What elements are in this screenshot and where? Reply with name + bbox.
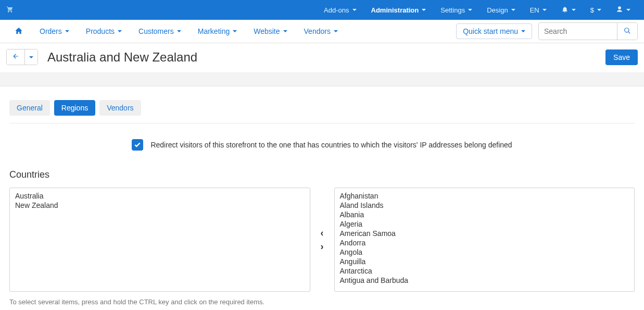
top-label: Design [487,6,508,14]
caret-down-icon [597,9,601,11]
nav-home[interactable] [6,20,31,43]
countries-hint: To select several items, press and hold … [9,298,635,306]
bell-icon [561,6,569,15]
country-option[interactable]: Australia [14,191,306,201]
top-administration[interactable]: Administration [364,0,434,20]
tabs: General Regions Vendors [9,100,635,116]
nav-label: Vendors [304,27,331,35]
nav-website[interactable]: Website [245,20,295,43]
gray-band [0,73,644,86]
user-icon [616,6,623,15]
nav-products[interactable]: Products [78,20,130,43]
country-option[interactable]: Aland Islands [339,201,630,210]
top-label: Settings [440,6,465,14]
nav-label: Products [86,27,115,35]
top-label: EN [530,6,539,14]
caret-down-icon [542,9,547,11]
country-option[interactable]: Angola [339,247,630,257]
redirect-text: Redirect visitors of this storefront to … [150,141,512,149]
caret-down-icon [283,30,287,32]
move-left-button[interactable]: ‹ [318,227,327,239]
top-user[interactable] [609,0,638,20]
divider [9,123,635,123]
nav-label: Marketing [198,27,230,35]
tab-vendors[interactable]: Vendors [99,100,141,116]
caret-down-icon [521,30,525,32]
caret-down-icon [233,30,237,32]
caret-down-icon [468,9,472,11]
country-option[interactable]: Antigua and Barbuda [339,276,630,285]
country-option[interactable]: Afghanistan [339,191,630,201]
quick-start-label: Quick start menu [463,27,518,35]
top-currency[interactable]: $ [583,0,609,20]
quick-start-menu-button[interactable]: Quick start menu [456,23,532,39]
top-label: Administration [371,6,419,14]
top-label: $ [590,6,594,14]
top-notifications[interactable] [554,0,583,20]
top-addons[interactable]: Add-ons [317,0,363,20]
topbar: Add-ons Administration Settings Design E… [0,0,644,20]
caret-down-icon [626,9,630,11]
search-icon [624,27,631,36]
country-option[interactable]: Albania [339,210,630,219]
available-countries-list[interactable]: AfghanistanAland IslandsAlbaniaAlgeriaAm… [334,188,635,292]
back-dropdown[interactable] [24,49,37,65]
nav-label: Website [254,27,280,35]
country-option[interactable]: Algeria [339,219,630,229]
country-option[interactable]: New Zealand [14,201,306,210]
search-group [538,22,638,40]
nav-label: Customers [138,27,174,35]
caret-down-icon [29,56,33,58]
caret-down-icon [422,9,426,11]
tab-regions[interactable]: Regions [54,100,95,116]
title-bar: Australia and New Zealand Save [0,43,644,73]
top-language[interactable]: EN [523,0,554,20]
caret-down-icon [118,30,122,32]
caret-down-icon [334,30,338,32]
move-right-button[interactable]: › [318,241,327,252]
nav-marketing[interactable]: Marketing [190,20,245,43]
cart-icon[interactable] [6,6,14,15]
country-option[interactable]: Antarctica [339,266,630,276]
top-settings[interactable]: Settings [433,0,479,20]
countries-dual-list: AustraliaNew Zealand ‹ › AfghanistanAlan… [9,188,635,292]
country-option[interactable]: Anguilla [339,257,630,266]
nav-orders[interactable]: Orders [31,20,78,43]
search-input[interactable] [539,23,617,39]
nav-vendors[interactable]: Vendors [296,20,346,43]
country-option[interactable]: American Samoa [339,229,630,238]
back-button-group [6,49,38,65]
dual-list-arrows: ‹ › [318,227,327,252]
selected-countries-list[interactable]: AustraliaNew Zealand [9,188,310,292]
nav-customers[interactable]: Customers [130,20,190,43]
search-button[interactable] [617,23,637,40]
caret-down-icon [352,9,357,11]
caret-down-icon [65,30,69,32]
tab-general[interactable]: General [9,100,50,116]
country-option[interactable]: Andorra [339,238,630,247]
home-icon [15,27,23,36]
top-design[interactable]: Design [479,0,522,20]
save-button[interactable]: Save [605,49,638,65]
top-label: Add-ons [324,6,349,14]
main-navbar: Orders Products Customers Marketing Webs… [0,20,644,43]
countries-section-title: Countries [9,169,635,180]
topbar-menu: Add-ons Administration Settings Design E… [317,0,638,20]
caret-down-icon [511,9,515,11]
back-button[interactable] [7,49,24,65]
redirect-row: Redirect visitors of this storefront to … [9,139,635,151]
caret-down-icon [572,9,576,11]
nav-label: Orders [40,27,62,35]
redirect-checkbox[interactable] [132,139,143,151]
arrow-left-icon [12,53,19,61]
caret-down-icon [177,30,181,32]
content: General Regions Vendors Redirect visitor… [0,86,644,310]
page-title: Australia and New Zealand [47,50,197,65]
check-icon [134,141,141,148]
